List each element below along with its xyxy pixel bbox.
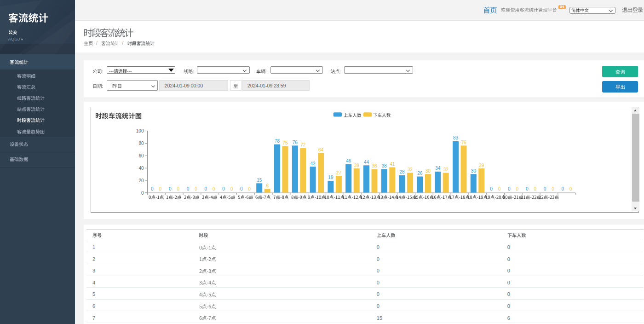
svg-text:15: 15 <box>257 178 262 183</box>
svg-text:0: 0 <box>187 186 190 191</box>
svg-text:80: 80 <box>138 141 144 146</box>
svg-text:41: 41 <box>390 162 395 167</box>
svg-text:0: 0 <box>516 186 519 191</box>
svg-text:44: 44 <box>364 160 369 165</box>
svg-text:76: 76 <box>461 140 466 145</box>
svg-text:26: 26 <box>417 171 423 176</box>
svg-text:64: 64 <box>318 147 324 152</box>
svg-text:0: 0 <box>552 186 554 191</box>
svg-text:0: 0 <box>569 186 572 191</box>
svg-text:100: 100 <box>136 128 144 133</box>
svg-text:32: 32 <box>443 167 449 172</box>
svg-text:32: 32 <box>408 167 413 172</box>
svg-text:38: 38 <box>372 163 377 168</box>
svg-text:0: 0 <box>213 186 215 191</box>
svg-text:0: 0 <box>534 186 536 191</box>
svg-text:0: 0 <box>490 186 493 191</box>
svg-text:0: 0 <box>498 186 501 191</box>
svg-text:0: 0 <box>177 186 179 191</box>
svg-text:28: 28 <box>400 169 405 174</box>
svg-text:75: 75 <box>282 140 288 145</box>
svg-text:30: 30 <box>471 168 477 174</box>
svg-text:0: 0 <box>240 186 243 191</box>
svg-text:19: 19 <box>328 175 334 180</box>
svg-text:0: 0 <box>222 186 225 191</box>
svg-text:0: 0 <box>508 186 511 191</box>
svg-text:6: 6 <box>266 183 269 188</box>
svg-text:20: 20 <box>138 178 144 183</box>
svg-text:0: 0 <box>248 186 251 191</box>
svg-text:0: 0 <box>159 186 162 191</box>
svg-text:72: 72 <box>300 142 306 147</box>
svg-text:83: 83 <box>453 135 459 140</box>
svg-text:27: 27 <box>336 170 342 175</box>
svg-text:39: 39 <box>479 163 484 168</box>
svg-text:0: 0 <box>141 191 144 196</box>
svg-text:34: 34 <box>435 166 441 171</box>
svg-text:78: 78 <box>275 139 280 144</box>
svg-text:0: 0 <box>205 186 207 191</box>
svg-text:39: 39 <box>354 163 360 168</box>
svg-text:40: 40 <box>138 166 144 171</box>
svg-text:0: 0 <box>544 186 546 191</box>
svg-text:76: 76 <box>293 140 298 145</box>
svg-text:60: 60 <box>138 153 144 158</box>
svg-text:0: 0 <box>151 186 154 191</box>
svg-text:0: 0 <box>526 186 529 191</box>
svg-text:46: 46 <box>346 158 351 163</box>
svg-text:0: 0 <box>230 186 233 191</box>
svg-text:0: 0 <box>195 186 197 191</box>
svg-text:38: 38 <box>382 163 387 168</box>
svg-text:0: 0 <box>169 186 172 191</box>
svg-text:30: 30 <box>426 168 431 174</box>
svg-text:42: 42 <box>310 161 316 166</box>
svg-text:0: 0 <box>562 186 564 191</box>
